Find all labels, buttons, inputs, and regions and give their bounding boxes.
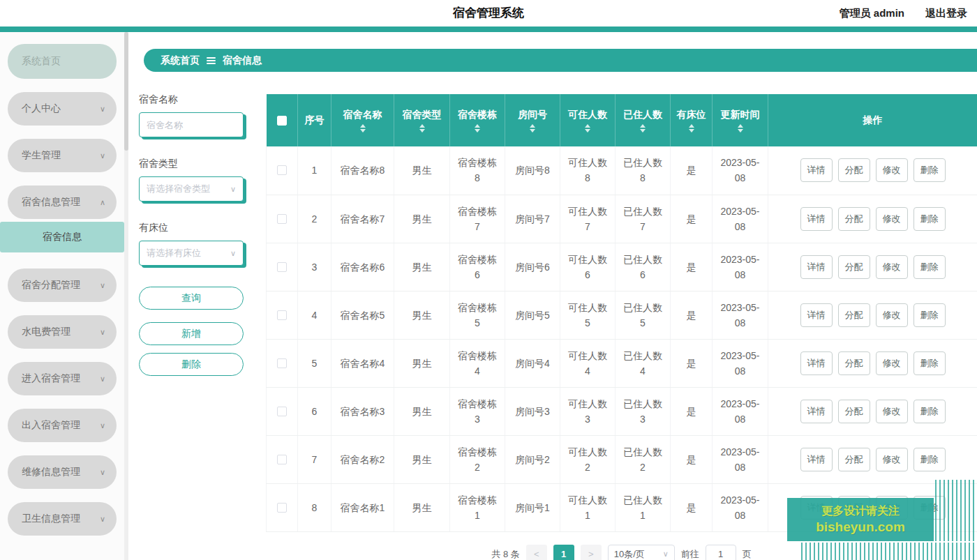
- action-delete-button[interactable]: 删除: [913, 303, 946, 327]
- sidebar-item-7[interactable]: 进入宿舍管理∨: [8, 362, 117, 395]
- sort-asc-icon[interactable]: [640, 124, 646, 128]
- sidebar-item-label: 个人中心: [22, 103, 61, 115]
- row-checkbox[interactable]: [277, 503, 287, 513]
- action-assign-button[interactable]: 分配: [838, 158, 870, 182]
- action-assign-button[interactable]: 分配: [838, 400, 870, 423]
- action-edit-button[interactable]: 修改: [876, 255, 908, 279]
- sidebar-item-6[interactable]: 水电费管理∨: [8, 315, 117, 349]
- action-detail-button[interactable]: 详情: [800, 158, 833, 182]
- table-body: 1宿舍名称8男生宿舍楼栋8房间号8可住人数8已住人数8是2023-05-08详情…: [267, 146, 977, 531]
- accent-strip: [0, 27, 977, 32]
- column-header-name[interactable]: 宿舍名称: [331, 94, 394, 146]
- row-checkbox[interactable]: [277, 214, 287, 224]
- prev-page-button[interactable]: <: [526, 545, 547, 560]
- page-number-button[interactable]: 1: [553, 545, 574, 560]
- column-header-capacity[interactable]: 可住人数: [560, 94, 616, 146]
- sort-asc-icon[interactable]: [689, 124, 694, 128]
- action-edit-button[interactable]: 修改: [876, 207, 908, 231]
- action-assign-button[interactable]: 分配: [838, 255, 870, 279]
- sort-carets-icon[interactable]: [738, 124, 743, 133]
- action-detail-button[interactable]: 详情: [800, 255, 833, 279]
- column-header-occupied[interactable]: 已住人数: [616, 94, 671, 146]
- logout-link[interactable]: 退出登录: [925, 7, 967, 20]
- sort-asc-icon[interactable]: [360, 124, 366, 128]
- row-checkbox[interactable]: [277, 358, 287, 368]
- sidebar-item-4[interactable]: 宿舍信息: [0, 222, 124, 252]
- breadcrumb-home[interactable]: 系统首页: [161, 54, 200, 67]
- next-page-button[interactable]: >: [581, 545, 602, 560]
- action-detail-button[interactable]: 详情: [800, 400, 833, 423]
- sidebar-item-0[interactable]: 系统首页: [8, 44, 117, 79]
- action-assign-button[interactable]: 分配: [838, 303, 870, 327]
- sort-desc-icon[interactable]: [530, 129, 535, 133]
- page-size-select[interactable]: 10条/页 ∨: [608, 545, 675, 560]
- sort-carets-icon[interactable]: [475, 124, 480, 133]
- column-header-updated[interactable]: 更新时间: [713, 94, 768, 146]
- action-delete-button[interactable]: 删除: [913, 448, 946, 471]
- sidebar-item-3[interactable]: 宿舍信息管理∧: [8, 186, 117, 219]
- row-checkbox[interactable]: [277, 310, 287, 320]
- row-checkbox[interactable]: [277, 165, 287, 175]
- action-delete-button[interactable]: 删除: [913, 351, 946, 375]
- sort-asc-icon[interactable]: [475, 124, 480, 128]
- search-button[interactable]: 查询: [139, 287, 244, 310]
- delete-button[interactable]: 删除: [139, 353, 244, 376]
- action-assign-button[interactable]: 分配: [838, 351, 870, 375]
- action-delete-button[interactable]: 删除: [913, 207, 946, 231]
- action-delete-button[interactable]: 删除: [913, 400, 946, 423]
- column-header-type[interactable]: 宿舍类型: [394, 94, 450, 146]
- sidebar-item-8[interactable]: 出入宿舍管理∨: [8, 409, 117, 442]
- sort-desc-icon[interactable]: [475, 129, 480, 133]
- sidebar-item-9[interactable]: 维修信息管理∨: [8, 455, 117, 489]
- sort-desc-icon[interactable]: [419, 129, 425, 133]
- sort-carets-icon[interactable]: [689, 124, 694, 133]
- goto-page-input[interactable]: [706, 545, 736, 560]
- sort-desc-icon[interactable]: [640, 129, 646, 133]
- sort-asc-icon[interactable]: [530, 124, 535, 128]
- row-checkbox[interactable]: [277, 262, 287, 272]
- sidebar-item-1[interactable]: 个人中心∨: [8, 92, 117, 126]
- sort-desc-icon[interactable]: [360, 129, 366, 133]
- action-detail-button[interactable]: 详情: [800, 448, 833, 471]
- sort-carets-icon[interactable]: [585, 124, 590, 133]
- sort-asc-icon[interactable]: [585, 124, 590, 128]
- row-checkbox[interactable]: [277, 455, 287, 464]
- column-header-room[interactable]: 房间号: [505, 94, 560, 146]
- sort-carets-icon[interactable]: [419, 124, 425, 133]
- cell-type: 男生: [394, 291, 450, 339]
- sidebar-item-10[interactable]: 卫生信息管理∨: [8, 502, 117, 536]
- sidebar-item-2[interactable]: 学生管理∨: [8, 139, 117, 172]
- cell-building: 宿舍楼栋6: [450, 243, 505, 291]
- dorm-type-select[interactable]: 请选择宿舍类型 ∨: [139, 176, 244, 202]
- cell-room: 房间号8: [505, 146, 560, 195]
- has-bed-select[interactable]: 请选择有床位 ∨: [139, 241, 244, 266]
- action-edit-button[interactable]: 修改: [876, 303, 908, 327]
- action-detail-button[interactable]: 详情: [800, 207, 833, 231]
- action-delete-button[interactable]: 删除: [913, 255, 946, 279]
- sort-desc-icon[interactable]: [738, 129, 743, 133]
- row-checkbox[interactable]: [277, 407, 287, 416]
- column-header-building[interactable]: 宿舍楼栋: [450, 94, 505, 146]
- action-edit-button[interactable]: 修改: [876, 158, 908, 182]
- select-all-checkbox[interactable]: [277, 116, 287, 126]
- sort-desc-icon[interactable]: [585, 129, 590, 133]
- action-edit-button[interactable]: 修改: [876, 400, 908, 423]
- add-button[interactable]: 新增: [139, 322, 244, 345]
- column-header-bed[interactable]: 有床位: [671, 94, 713, 146]
- action-edit-button[interactable]: 修改: [876, 448, 908, 471]
- sort-carets-icon[interactable]: [360, 124, 366, 133]
- sort-asc-icon[interactable]: [738, 124, 743, 128]
- sort-desc-icon[interactable]: [689, 129, 694, 133]
- sort-carets-icon[interactable]: [530, 124, 535, 133]
- sort-asc-icon[interactable]: [419, 124, 425, 128]
- action-assign-button[interactable]: 分配: [838, 207, 870, 231]
- sort-carets-icon[interactable]: [640, 124, 646, 133]
- action-edit-button[interactable]: 修改: [876, 351, 908, 375]
- action-detail-button[interactable]: 详情: [800, 351, 833, 375]
- sidebar-item-label: 系统首页: [22, 55, 61, 68]
- action-delete-button[interactable]: 删除: [913, 158, 946, 182]
- action-assign-button[interactable]: 分配: [838, 448, 870, 471]
- sidebar-item-5[interactable]: 宿舍分配管理∨: [8, 268, 117, 302]
- dorm-name-input[interactable]: [139, 112, 244, 137]
- action-detail-button[interactable]: 详情: [800, 303, 833, 327]
